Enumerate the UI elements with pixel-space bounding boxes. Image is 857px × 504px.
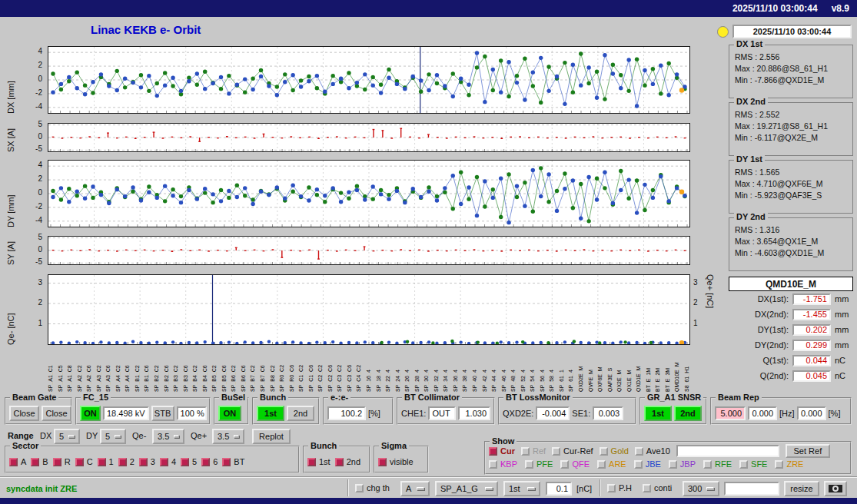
- beam-rep-percent-unit: [%]: [829, 409, 841, 418]
- data-timestamp: 2025/11/10 03:00:44: [732, 25, 852, 38]
- show-rfe-checkbox[interactable]: RFE: [703, 459, 732, 469]
- show-zre-checkbox[interactable]: ZRE: [775, 459, 803, 469]
- fc15-on-button[interactable]: ON: [80, 406, 101, 421]
- sector-b-checkbox[interactable]: B: [31, 457, 48, 466]
- show-cur-ref-checkbox[interactable]: Cur-Ref: [552, 446, 593, 456]
- sx-plot-canvas[interactable]: [48, 123, 690, 152]
- device-select[interactable]: SP_A1_G: [435, 481, 498, 496]
- snsr-1st-button[interactable]: 1st: [644, 406, 672, 421]
- x-axis-label: SP_A1_C5: [58, 347, 63, 392]
- sector-bt-checkbox[interactable]: BT: [222, 457, 244, 466]
- beam-rep-group: Beam Rep 5.000 0.000 [Hz] 0.000 [%]: [710, 397, 852, 425]
- sector-5-checkbox[interactable]: 5: [181, 457, 197, 466]
- ph-checkbox[interactable]: P.H: [607, 483, 632, 492]
- show-ave10-checkbox[interactable]: Ave10: [635, 446, 670, 456]
- y-tick-label: -5: [35, 144, 42, 153]
- checkbox-icon: [307, 458, 316, 466]
- dy-plot-canvas[interactable]: [48, 160, 690, 227]
- bunch-select-value: 1st: [509, 484, 520, 493]
- y-tick-label: 4: [38, 161, 42, 169]
- range-dy-value: 5: [105, 432, 110, 441]
- replot-button[interactable]: Replot: [252, 429, 291, 444]
- beam-gate-close-button-1[interactable]: Close: [9, 406, 39, 421]
- y-tick-label: 4: [38, 47, 42, 55]
- show-sfe-checkbox[interactable]: SFE: [739, 459, 767, 469]
- camera-button[interactable]: [824, 481, 847, 496]
- sigma-visible-checkbox[interactable]: visible: [378, 457, 414, 466]
- x-axis-label: SP_58_4: [549, 347, 554, 392]
- monitor-row: Q(1st): 0.044 nC: [729, 353, 853, 368]
- option-menu-icon: [527, 487, 535, 490]
- stat-min: Min : -4.603@QXD1E_M: [735, 247, 852, 259]
- divider: [347, 479, 349, 496]
- bunch-1st-label: 1st: [319, 457, 331, 466]
- ref-file-input[interactable]: [676, 445, 779, 457]
- range-dy-select[interactable]: 5: [100, 429, 126, 444]
- range-qep-select[interactable]: 3.5: [212, 429, 244, 444]
- conti-checkbox[interactable]: conti: [643, 483, 672, 492]
- bunch-1st-button[interactable]: 1st: [257, 406, 284, 421]
- checkbox-icon: [521, 447, 530, 456]
- sector-4-checkbox[interactable]: 4: [160, 457, 176, 466]
- beam-gate-close-button-2[interactable]: Close: [42, 406, 71, 421]
- sector-1-checkbox[interactable]: 1: [98, 457, 114, 466]
- bunch-2nd-checkbox[interactable]: 2nd: [335, 457, 360, 466]
- monitor-row: DY(2nd): 0.299 mm: [729, 337, 853, 353]
- fc15-label: FC_15: [81, 393, 111, 402]
- show-jbp-checkbox[interactable]: JBP: [669, 459, 696, 469]
- monitor-value: 0.299: [792, 340, 831, 351]
- resize-button[interactable]: resize: [784, 481, 819, 496]
- show-pfe-checkbox[interactable]: PFE: [525, 459, 553, 469]
- chg-th-checkbox[interactable]: chg th: [355, 483, 390, 492]
- fc15-stb-button[interactable]: STB: [151, 406, 174, 421]
- sector-3-checkbox[interactable]: 3: [139, 457, 155, 466]
- sector-c-checkbox[interactable]: C: [75, 457, 93, 466]
- bunch-1st-checkbox[interactable]: 1st: [307, 457, 331, 466]
- x-axis-label: SP_36_4: [453, 347, 458, 392]
- busel-on-button[interactable]: ON: [218, 406, 241, 421]
- sector-r-checkbox[interactable]: R: [53, 457, 71, 466]
- checkbox-icon: [9, 458, 18, 466]
- y-tick-label: 3: [38, 278, 42, 287]
- sector-a-checkbox[interactable]: A: [9, 457, 26, 466]
- show-gold-checkbox[interactable]: Gold: [600, 446, 629, 456]
- x-axis-label: BT_E_3M: [665, 347, 670, 392]
- option-menu-icon: [706, 487, 714, 490]
- sector-select[interactable]: A: [400, 481, 430, 496]
- bunch-select[interactable]: 1st: [503, 481, 540, 496]
- sector-6-checkbox[interactable]: 6: [201, 457, 218, 466]
- dx-plot-canvas[interactable]: [48, 46, 690, 114]
- device-select-value: SP_A1_G: [440, 484, 478, 493]
- stat-max: Max : 3.654@QX1E_M: [735, 236, 852, 247]
- show-kbp-checkbox[interactable]: KBP: [489, 459, 517, 469]
- stat-title: DX 1st: [734, 39, 765, 48]
- sy-plot-canvas[interactable]: [48, 236, 690, 265]
- show-cur-checkbox[interactable]: Cur: [489, 446, 515, 456]
- sy-axis-ticks: 50-5: [26, 236, 45, 265]
- sector-2-checkbox[interactable]: 2: [118, 457, 135, 466]
- x-axis-label: SP_42_4: [482, 347, 487, 392]
- charge-plot-canvas[interactable]: [48, 274, 690, 345]
- snsr-2nd-button[interactable]: 2nd: [674, 406, 702, 421]
- free-input[interactable]: [724, 482, 779, 496]
- range-dy-label: DY: [86, 431, 98, 440]
- interval-select-value: 300: [688, 484, 702, 493]
- interval-select[interactable]: 300: [683, 481, 719, 496]
- range-dx-select[interactable]: 5: [54, 429, 80, 444]
- range-qep-label: Qe+: [191, 431, 207, 440]
- range-qem-select[interactable]: 3.5: [152, 429, 184, 444]
- threshold-input[interactable]: 0.1: [546, 482, 572, 496]
- gr-a1-snsr-group: GR_A1 SNSR 1st 2nd: [639, 397, 707, 425]
- show-qfe-checkbox[interactable]: QFE: [560, 459, 590, 469]
- show-ref-checkbox[interactable]: Ref: [521, 446, 546, 456]
- show-jbe-checkbox[interactable]: JBE: [634, 459, 661, 469]
- dy-axis-ticks: 420-2-4: [26, 160, 45, 227]
- checkbox-icon: [643, 484, 651, 492]
- set-ref-button[interactable]: Set Ref: [786, 444, 830, 458]
- sy-axis-label: SY [A]: [6, 236, 15, 265]
- show-are-checkbox[interactable]: ARE: [597, 459, 626, 469]
- bunch-2nd-button[interactable]: 2nd: [287, 406, 314, 421]
- monitor-value: 0.044: [792, 355, 831, 366]
- x-axis-label: QVFE_M: [588, 347, 593, 392]
- checkbox-icon: [335, 458, 344, 466]
